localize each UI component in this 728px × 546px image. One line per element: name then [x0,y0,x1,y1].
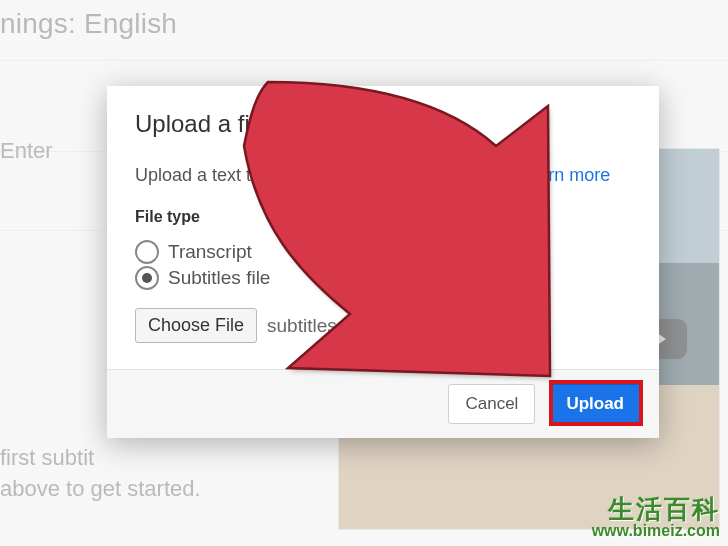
chosen-filename: subtitles.srt [267,315,363,337]
upload-button[interactable]: Upload [549,384,641,424]
cancel-button[interactable]: Cancel [448,384,535,424]
radio-transcript-label: Transcript [168,241,252,263]
dialog-footer: Cancel Upload [107,369,659,438]
file-type-radio-group: Transcript Subtitles file [135,240,631,290]
watermark-url: www.bimeiz.com [592,523,720,540]
dialog-body: Upload a file Upload a text transc file.… [107,86,659,369]
dialog-description-text-before: Upload a text transc [135,165,295,185]
upload-file-dialog: Upload a file Upload a text transc file.… [107,86,659,438]
learn-more-link[interactable]: Learn more [518,165,610,185]
choose-file-row: Choose File subtitles.srt [135,308,631,343]
dialog-title: Upload a file [135,110,631,138]
dialog-description-text-after: file. [485,165,518,185]
radio-dot-icon [142,273,152,283]
radio-subtitles-label: Subtitles file [168,267,270,289]
radio-circle-icon [135,266,159,290]
choose-file-button[interactable]: Choose File [135,308,257,343]
radio-transcript[interactable]: Transcript [135,240,631,264]
dialog-description: Upload a text transc file. Learn more [135,162,631,188]
file-type-label: File type [135,208,631,226]
radio-circle-icon [135,240,159,264]
watermark: 生活百科 www.bimeiz.com [592,496,720,540]
watermark-title: 生活百科 [592,496,720,523]
radio-subtitles-file[interactable]: Subtitles file [135,266,631,290]
